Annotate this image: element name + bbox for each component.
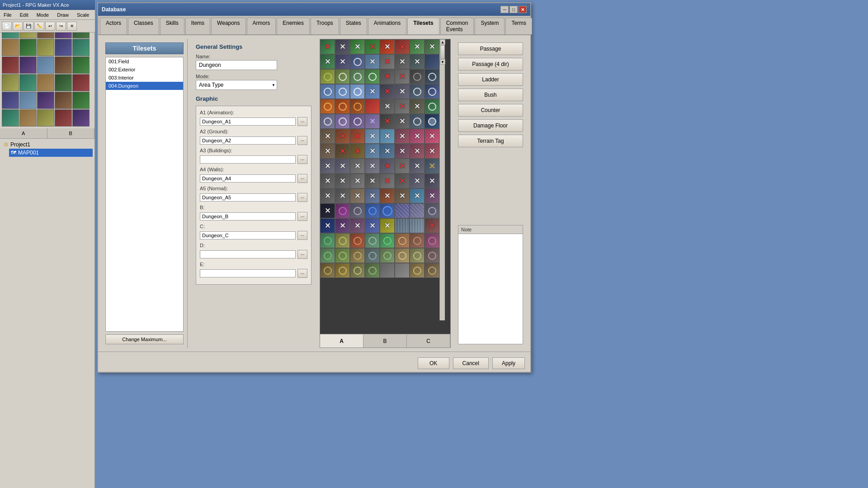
tile-r7c8: ✕	[425, 129, 439, 144]
project-name: Project1	[10, 141, 30, 148]
list-item-004[interactable]: 004:Dungeon	[106, 82, 183, 90]
toolbar-btn-7[interactable]: ✕	[67, 22, 77, 31]
c-input[interactable]	[200, 231, 296, 239]
menu-scale[interactable]: Scale	[75, 11, 91, 19]
note-label: Note	[458, 225, 523, 234]
a3-input[interactable]	[200, 155, 296, 164]
list-item-001[interactable]: 001:Field	[106, 57, 183, 66]
tab-states[interactable]: States	[340, 18, 367, 34]
scrollbar-up-btn[interactable]: ▲	[440, 39, 445, 45]
tab-armors[interactable]: Armors	[247, 18, 276, 34]
left-tab-b[interactable]: B	[47, 128, 95, 138]
tileset-tab-b[interactable]: B	[363, 334, 407, 347]
menu-draw[interactable]: Draw	[55, 11, 71, 19]
toolbar-btn-4[interactable]: ✏️	[34, 22, 44, 31]
list-item-002[interactable]: 002:Exterior	[106, 66, 183, 74]
tab-enemies[interactable]: Enemies	[277, 18, 310, 34]
counter-btn[interactable]: Counter	[458, 104, 523, 117]
toolbar-btn-2[interactable]: 📂	[13, 22, 23, 31]
ok-btn[interactable]: OK	[418, 357, 449, 369]
tile-r8c3: ✕	[350, 144, 365, 159]
tile-r11c7: ✕	[410, 188, 425, 203]
toolbar-btn-3[interactable]: 💾	[24, 22, 33, 31]
tab-common-events[interactable]: Common Events	[440, 18, 474, 34]
a1-field: ···	[200, 117, 307, 126]
tile-r12c3	[350, 203, 365, 218]
scrollbar-thumb[interactable]	[440, 45, 445, 59]
list-item-003[interactable]: 003:Interior	[106, 74, 183, 82]
d-input[interactable]	[200, 250, 296, 258]
tileset-canvas[interactable]: ✕ ✕ ✕ ✕ ✕ ✕ ✕ ✕ ✕ ✕ ✕ ✕ ✕ ✕	[320, 39, 450, 334]
name-input[interactable]	[196, 60, 277, 70]
dialog-minimize-btn[interactable]: ─	[500, 6, 509, 13]
tile-r11c1: ✕	[320, 188, 335, 203]
a2-input[interactable]	[200, 136, 296, 145]
cancel-btn[interactable]: Cancel	[453, 357, 489, 369]
a5-input[interactable]	[200, 193, 296, 202]
map-item[interactable]: 🗺 MAP001	[9, 149, 93, 157]
a4-browse-btn[interactable]: ···	[297, 174, 307, 183]
bush-btn[interactable]: Bush	[458, 89, 523, 101]
toolbar-btn-6[interactable]: ↪	[56, 22, 66, 31]
a2-browse-btn[interactable]: ···	[297, 136, 307, 145]
note-textarea[interactable]	[458, 234, 523, 343]
dialog-maximize-btn[interactable]: □	[509, 6, 518, 13]
apply-btn[interactable]: Apply	[492, 357, 525, 369]
b-browse-btn[interactable]: ···	[297, 212, 307, 221]
tab-weapons[interactable]: Weapons	[211, 18, 245, 34]
mode-select-wrapper: Area Type World ▼	[196, 80, 277, 90]
terrain-tag-btn[interactable]: Terrain Tag	[458, 135, 523, 147]
note-section: Note	[458, 225, 523, 344]
tile-r5c6: ✕	[395, 99, 410, 114]
tile-cell	[19, 92, 37, 109]
damage-floor-btn[interactable]: Damage Floor	[458, 119, 523, 132]
tab-terms[interactable]: Terms	[505, 18, 532, 34]
tab-actors[interactable]: Actors	[100, 18, 127, 34]
e-input[interactable]	[200, 269, 296, 277]
tile-r10c2: ✕	[335, 174, 350, 188]
project-root[interactable]: ⚙ Project1	[2, 141, 93, 149]
tile-r8c5: ✕	[380, 144, 395, 159]
list-items[interactable]: 001:Field 002:Exterior 003:Interior 004:…	[105, 57, 184, 332]
e-browse-btn[interactable]: ···	[297, 269, 307, 278]
passage-4dir-btn[interactable]: Passage (4 dir)	[458, 58, 523, 70]
menu-file[interactable]: File	[2, 11, 14, 19]
tab-troops[interactable]: Troops	[311, 18, 339, 34]
tab-classes[interactable]: Classes	[128, 18, 159, 34]
a4-input[interactable]	[200, 174, 296, 183]
list-item-012[interactable]	[106, 109, 183, 112]
d-browse-btn[interactable]: ···	[297, 250, 307, 259]
tile-r16c6	[395, 263, 410, 278]
passage-btn[interactable]: Passage	[458, 42, 523, 55]
tab-skills[interactable]: Skills	[160, 18, 184, 34]
toolbar-btn-5[interactable]: ↩	[45, 22, 55, 31]
tab-items[interactable]: Items	[185, 18, 210, 34]
menu-mode[interactable]: Mode	[35, 11, 51, 19]
tab-system[interactable]: System	[475, 18, 505, 34]
tile-r10c3: ✕	[350, 174, 365, 188]
b-input[interactable]	[200, 212, 296, 221]
mode-select[interactable]: Area Type World	[196, 80, 277, 90]
a5-browse-btn[interactable]: ···	[297, 193, 307, 202]
tile-cell	[2, 56, 19, 74]
dialog-close-btn[interactable]: ✕	[519, 6, 527, 13]
graphic-title: Graphic	[196, 95, 311, 102]
tab-tilesets[interactable]: Tilesets	[407, 18, 439, 34]
left-panel-tabs: A B	[0, 128, 94, 139]
a3-field: ···	[200, 155, 307, 164]
a1-input[interactable]	[200, 117, 296, 126]
menu-edit[interactable]: Edit	[18, 11, 30, 19]
change-maximum-btn[interactable]: Change Maximum...	[105, 334, 184, 344]
a1-browse-btn[interactable]: ···	[297, 117, 307, 126]
tab-animations[interactable]: Animations	[368, 18, 406, 34]
scrollbar-down-btn[interactable]: ▼	[440, 59, 445, 65]
left-tab-a[interactable]: A	[0, 128, 47, 138]
a3-browse-btn[interactable]: ···	[297, 155, 307, 164]
tileset-tab-a[interactable]: A	[320, 334, 363, 347]
tileset-scrollbar[interactable]: ▲ ▼	[439, 39, 445, 320]
c-browse-btn[interactable]: ···	[297, 231, 307, 240]
toolbar-btn-1[interactable]: 📄	[2, 22, 12, 31]
ladder-btn[interactable]: Ladder	[458, 73, 523, 86]
tile-r14c5	[380, 233, 395, 248]
tileset-tab-c[interactable]: C	[407, 334, 450, 347]
